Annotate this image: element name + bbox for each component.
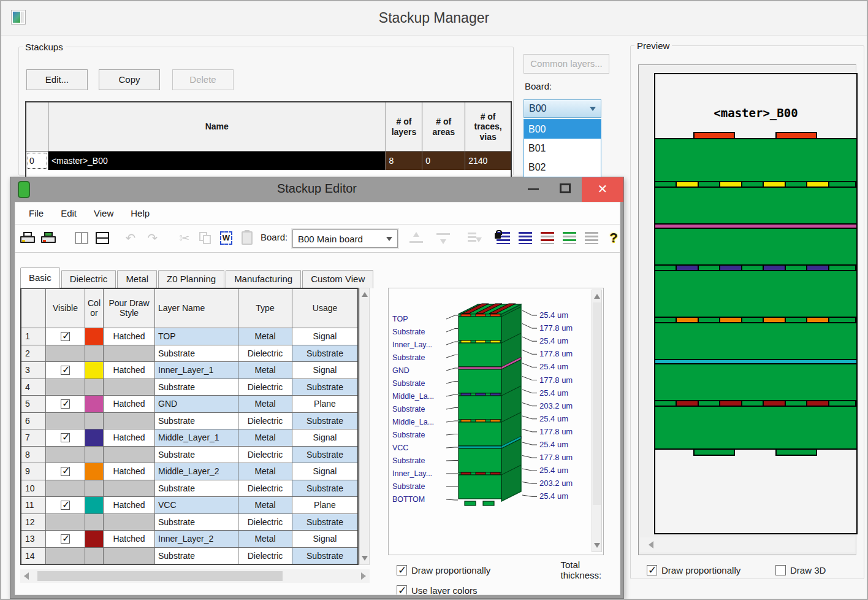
color-swatch[interactable] — [85, 345, 104, 363]
scroll-up-icon[interactable] — [362, 292, 368, 297]
pour-draw-style[interactable] — [104, 447, 155, 464]
layer-row-9[interactable]: 9HatchedMiddle_Layer_2MetalSignal — [21, 463, 357, 480]
layer-num[interactable]: 12 — [21, 514, 46, 531]
layer-name[interactable]: Substrate — [155, 345, 238, 363]
layer-type[interactable]: Metal — [238, 531, 292, 548]
layer-type[interactable]: Dielectric — [238, 480, 292, 498]
layer-usage[interactable]: Substrate — [292, 480, 357, 498]
layer-name[interactable]: Substrate — [155, 379, 238, 396]
tab-metal[interactable]: Metal — [117, 270, 157, 288]
pour-draw-style[interactable]: Hatched — [104, 429, 155, 447]
help-icon[interactable]: ? — [605, 229, 620, 247]
layer-num[interactable]: 9 — [21, 463, 46, 480]
layer-name[interactable]: Middle_Layer_2 — [155, 463, 238, 480]
color-swatch[interactable] — [85, 497, 104, 514]
layer-usage[interactable]: Substrate — [292, 413, 357, 430]
layer-type[interactable]: Metal — [238, 497, 292, 514]
layer-row-14[interactable]: 14SubstrateDielectricSubstrate — [21, 548, 357, 565]
pour-draw-style[interactable] — [104, 379, 155, 396]
scroll-up-icon[interactable] — [594, 294, 600, 299]
menu-edit[interactable]: Edit — [53, 206, 84, 221]
layer-type[interactable]: Metal — [238, 396, 292, 413]
layer-name[interactable]: VCC — [155, 497, 238, 514]
layer-row-10[interactable]: 10SubstrateDielectricSubstrate — [21, 480, 357, 498]
split-horizontal-icon[interactable] — [94, 229, 111, 247]
pour-draw-style[interactable] — [104, 514, 155, 531]
layer-type[interactable]: Metal — [238, 429, 292, 447]
visible-checkbox[interactable] — [46, 345, 85, 363]
stackup-row-selected[interactable]: 0 <master>_B00 8 0 2140 — [26, 152, 511, 170]
layer-row-5[interactable]: 5HatchedGNDMetalPlane — [21, 396, 357, 413]
menu-view[interactable]: View — [86, 206, 121, 221]
layer-usage[interactable]: Plane — [292, 396, 357, 413]
layer-name[interactable]: Substrate — [155, 447, 238, 464]
layer-num[interactable]: 11 — [21, 497, 46, 514]
checkbox-checked-icon[interactable] — [61, 433, 70, 442]
tab-custom-view[interactable]: Custom View — [302, 270, 373, 288]
layer-table-vertical-scrollbar[interactable] — [359, 288, 370, 565]
layer-row-2[interactable]: 2SubstrateDielectricSubstrate — [21, 345, 357, 363]
layer-usage[interactable]: Signal — [292, 328, 357, 345]
color-swatch[interactable] — [85, 531, 104, 548]
stackup-row-areas[interactable]: 0 — [422, 152, 465, 170]
metal-layers-icon[interactable] — [539, 229, 556, 247]
layer-num[interactable]: 13 — [21, 531, 46, 548]
layer-usage[interactable]: Substrate — [292, 447, 357, 464]
color-swatch[interactable] — [85, 362, 104, 379]
layer-row-1[interactable]: 1HatchedTOPMetalSignal — [21, 328, 357, 345]
export-doc-icon[interactable]: W — [218, 229, 235, 247]
visible-checkbox[interactable] — [46, 413, 85, 430]
layer-type[interactable]: Metal — [238, 328, 292, 345]
checkbox-checked-icon[interactable] — [61, 399, 70, 409]
close-button[interactable]: ✕ — [582, 177, 623, 202]
layer-row-12[interactable]: 12SubstrateDielectricSubstrate — [21, 514, 357, 531]
stackup-row-traces[interactable]: 2140 — [465, 152, 511, 170]
edit-button[interactable]: Edit... — [26, 69, 88, 90]
visible-checkbox[interactable] — [46, 497, 85, 514]
layer-row-4[interactable]: 4SubstrateDielectricSubstrate — [21, 379, 357, 396]
board-option-B01[interactable]: B01 — [524, 139, 601, 158]
checkbox-icon[interactable] — [397, 585, 407, 595]
print-icon[interactable] — [19, 229, 36, 247]
pour-draw-style[interactable]: Hatched — [104, 396, 155, 413]
checkbox-checked-icon[interactable] — [61, 534, 70, 544]
layer-type[interactable]: Metal — [238, 463, 292, 480]
checkbox-checked-icon[interactable] — [61, 332, 70, 341]
color-swatch[interactable] — [85, 379, 104, 396]
layer-type[interactable]: Dielectric — [238, 379, 292, 396]
layer-num[interactable]: 10 — [21, 480, 46, 498]
scrollbar-thumb[interactable] — [37, 571, 283, 581]
maximize-button[interactable] — [560, 183, 571, 193]
layer-usage[interactable]: Substrate — [292, 514, 357, 531]
preview-draw-3d[interactable]: Draw 3D — [775, 565, 826, 575]
color-swatch[interactable] — [85, 480, 104, 498]
stack-view-vertical-scrollbar[interactable] — [592, 290, 602, 552]
copy-button[interactable]: Copy — [99, 69, 160, 90]
checkbox-checked-icon[interactable] — [61, 467, 70, 476]
layer-type[interactable]: Dielectric — [238, 447, 292, 464]
visible-checkbox[interactable] — [46, 514, 85, 531]
layer-num[interactable]: 2 — [21, 345, 46, 363]
layer-num[interactable]: 6 — [21, 413, 46, 430]
stackup-row-index[interactable]: 0 — [26, 152, 48, 170]
layer-type[interactable]: Metal — [238, 362, 292, 379]
color-swatch[interactable] — [85, 514, 104, 531]
visible-checkbox[interactable] — [46, 362, 85, 379]
layer-num[interactable]: 8 — [21, 447, 46, 464]
editor-draw-proportionally[interactable]: Draw proportionally — [397, 565, 523, 575]
stackup-row-name[interactable]: <master>_B00 — [48, 152, 386, 170]
layer-num[interactable]: 3 — [21, 362, 46, 379]
layer-type[interactable]: Dielectric — [238, 514, 292, 531]
layer-row-3[interactable]: 3HatchedInner_Layer_1MetalSignal — [21, 362, 357, 379]
checkbox-checked-icon[interactable] — [61, 366, 70, 375]
visible-checkbox[interactable] — [46, 328, 85, 345]
layer-name[interactable]: Substrate — [155, 548, 238, 565]
visible-checkbox[interactable] — [46, 429, 85, 447]
checkbox-icon[interactable] — [775, 565, 786, 575]
editor-use-layer-colors[interactable]: Use layer colors — [397, 585, 617, 595]
layer-name[interactable]: Inner_Layer_2 — [155, 531, 238, 548]
visible-checkbox[interactable] — [46, 548, 85, 565]
layer-usage[interactable]: Substrate — [292, 379, 357, 396]
layer-type[interactable]: Dielectric — [238, 345, 292, 363]
pour-draw-style[interactable]: Hatched — [104, 497, 155, 514]
